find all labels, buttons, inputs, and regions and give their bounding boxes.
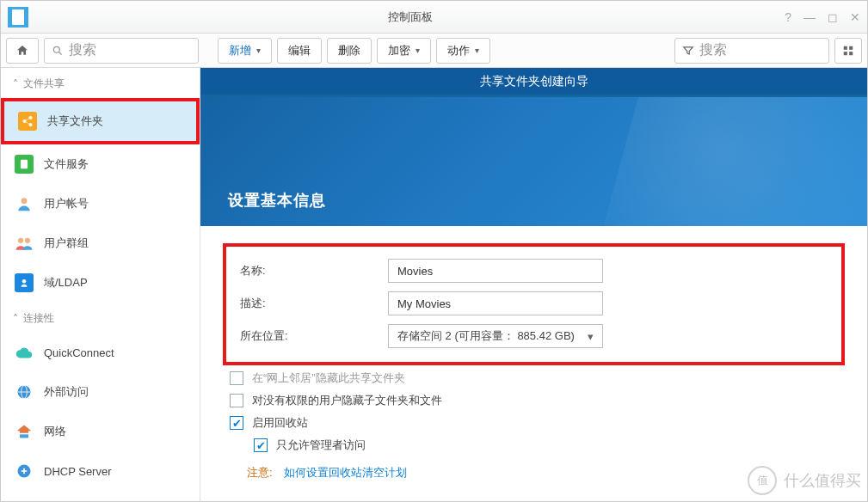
maximize-icon[interactable]: ◻: [828, 10, 838, 24]
note-link[interactable]: 如何设置回收站清空计划: [284, 466, 407, 479]
minimize-icon[interactable]: —: [803, 10, 816, 24]
annotation-highlight: 名称: 描述: 所在位置: 存储空间 2 (可用容量： 885.42 GB) ▾: [223, 243, 845, 365]
location-select[interactable]: 存储空间 2 (可用容量： 885.42 GB) ▾: [388, 324, 603, 348]
sidebar-search[interactable]: 搜索: [44, 38, 199, 64]
svg-point-0: [53, 46, 59, 52]
svg-line-1: [59, 52, 62, 54]
home-icon: [15, 44, 29, 58]
sidebar-section-fileshare[interactable]: ˄ 文件共享: [1, 68, 200, 98]
svg-point-8: [18, 238, 23, 243]
chevron-up-icon: ˄: [13, 313, 18, 325]
svg-rect-5: [849, 52, 853, 55]
sidebar-item-network[interactable]: 网络: [1, 412, 200, 451]
view-toggle-button[interactable]: [834, 38, 862, 64]
add-button[interactable]: 新增▾: [218, 38, 272, 64]
sidebar-item-label: 共享文件夹: [47, 113, 103, 129]
location-label: 所在位置:: [240, 328, 388, 344]
chevron-down-icon: ▾: [588, 330, 594, 343]
help-icon[interactable]: ?: [785, 10, 791, 24]
svg-rect-6: [21, 160, 28, 169]
main-search[interactable]: 搜索: [674, 38, 829, 64]
search-icon: [52, 45, 64, 57]
svg-point-9: [25, 238, 30, 243]
checkbox-hide-network[interactable]: 在“网上邻居”隐藏此共享文件夹: [230, 370, 845, 386]
ldap-icon: [15, 273, 34, 292]
encrypt-button[interactable]: 加密▾: [377, 38, 431, 64]
sidebar-item-label: 用户群组: [44, 236, 89, 251]
dhcp-icon: [15, 462, 34, 481]
search-placeholder: 搜索: [69, 41, 96, 59]
grid-icon: [842, 45, 854, 57]
note-label: 注意:: [247, 466, 273, 479]
svg-rect-14: [20, 434, 28, 438]
sidebar-item-shared-folder[interactable]: 共享文件夹: [4, 101, 196, 141]
folder-share-icon: [18, 112, 37, 131]
svg-rect-3: [849, 46, 853, 49]
checkbox-icon: [230, 371, 243, 385]
wizard-header: 共享文件夹创建向导: [200, 68, 867, 97]
desc-input[interactable]: [388, 291, 603, 315]
sidebar-item-quickconnect[interactable]: QuickConnect: [1, 333, 200, 372]
chevron-down-icon: ▾: [256, 46, 261, 55]
action-button[interactable]: 动作▾: [436, 38, 490, 64]
cloud-icon: [15, 343, 34, 362]
svg-rect-2: [844, 46, 847, 49]
sidebar-item-label: QuickConnect: [44, 346, 114, 359]
close-icon[interactable]: ✕: [850, 10, 860, 24]
checkbox-admin-only[interactable]: ✔ 只允许管理者访问: [254, 438, 845, 453]
annotation-highlight: 共享文件夹: [1, 98, 200, 144]
note-row: 注意: 如何设置回收站清空计划: [247, 465, 845, 481]
sidebar-item-label: 外部访问: [44, 384, 89, 400]
sidebar-item-label: 域/LDAP: [44, 275, 88, 291]
globe-icon: [15, 383, 34, 401]
banner-title: 设置基本信息: [228, 190, 326, 211]
name-input[interactable]: [388, 259, 603, 283]
filter-icon: [682, 45, 694, 57]
sidebar-item-user-groups[interactable]: 用户群组: [1, 223, 200, 263]
sidebar-item-external-access[interactable]: 外部访问: [1, 372, 200, 412]
svg-point-7: [22, 198, 28, 204]
sidebar-item-label: DHCP Server: [44, 465, 112, 478]
chevron-up-icon: ˄: [13, 78, 18, 90]
sidebar-item-label: 用户帐号: [44, 196, 89, 211]
sidebar-item-label: 文件服务: [44, 156, 89, 172]
sidebar-item-dhcp[interactable]: DHCP Server: [1, 451, 200, 491]
checkbox-checked-icon: ✔: [230, 416, 243, 430]
chevron-down-icon: ▾: [475, 46, 479, 55]
window-title: 控制面板: [35, 9, 785, 25]
wizard-banner: 设置基本信息: [200, 97, 867, 226]
app-icon: [8, 7, 28, 28]
main-panel: 共享文件夹创建向导 设置基本信息 名称: 描述: 所在位置:: [200, 68, 867, 501]
checkbox-recycle-bin[interactable]: ✔ 启用回收站: [230, 415, 845, 431]
titlebar: 控制面板 ? — ◻ ✕: [1, 1, 867, 34]
checkbox-icon: [230, 394, 243, 407]
location-value: 存储空间 2 (可用容量： 885.42 GB): [397, 328, 575, 344]
delete-button[interactable]: 删除: [327, 38, 372, 64]
name-label: 名称:: [240, 263, 388, 279]
sidebar-item-label: 网络: [44, 424, 66, 439]
svg-rect-4: [844, 52, 847, 55]
file-service-icon: [15, 155, 34, 174]
checkbox-checked-icon: ✔: [254, 438, 268, 452]
group-icon: [15, 234, 34, 253]
sidebar-item-user-accounts[interactable]: 用户帐号: [1, 184, 200, 223]
checkbox-hide-noauth[interactable]: 对没有权限的用户隐藏子文件夹和文件: [230, 393, 845, 408]
chevron-down-icon: ▾: [416, 46, 420, 55]
edit-button[interactable]: 编辑: [277, 38, 322, 64]
desc-label: 描述:: [240, 296, 388, 311]
home-button[interactable]: [6, 38, 39, 64]
network-icon: [15, 422, 34, 441]
sidebar: ˄ 文件共享 共享文件夹 文件服务: [1, 68, 200, 501]
sidebar-section-connectivity[interactable]: ˄ 连接性: [1, 303, 200, 333]
wizard-form: 名称: 描述: 所在位置: 存储空间 2 (可用容量： 885.42 GB) ▾: [200, 226, 867, 501]
search-placeholder: 搜索: [699, 41, 727, 59]
user-icon: [15, 194, 34, 213]
sidebar-item-file-services[interactable]: 文件服务: [1, 144, 200, 184]
svg-point-10: [22, 279, 27, 284]
toolbar: 搜索 新增▾ 编辑 删除 加密▾ 动作▾ 搜索: [1, 34, 867, 68]
sidebar-item-domain-ldap[interactable]: 域/LDAP: [1, 263, 200, 303]
